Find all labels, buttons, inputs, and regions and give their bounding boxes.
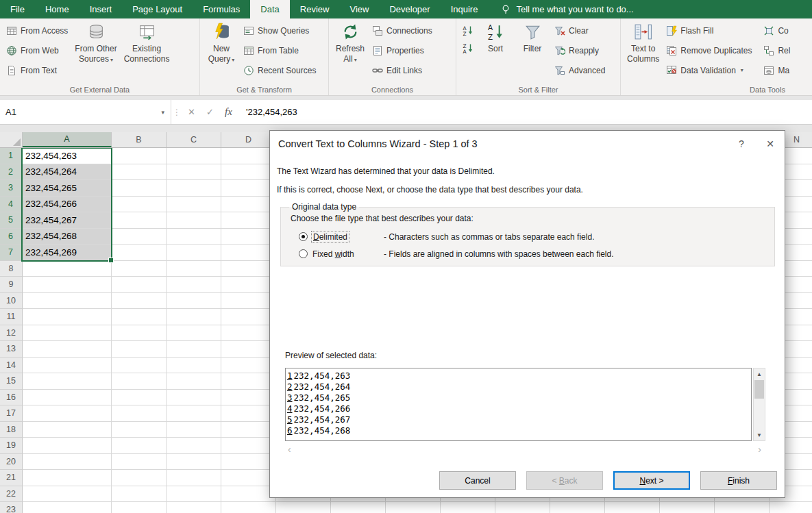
- row-header-7[interactable]: 7: [0, 245, 23, 261]
- row-header-10[interactable]: 10: [0, 293, 23, 310]
- cell-D6[interactable]: [221, 229, 276, 245]
- ribbon-tab-review[interactable]: Review: [290, 0, 340, 18]
- cell-A21[interactable]: [23, 470, 112, 486]
- cell-B3[interactable]: [112, 180, 167, 197]
- cell-B2[interactable]: [112, 164, 167, 181]
- row-header-23[interactable]: 23: [0, 502, 23, 513]
- cell-C19[interactable]: [167, 438, 221, 454]
- new-query-button[interactable]: New Query▾: [203, 21, 240, 65]
- remove-duplicates-button[interactable]: Remove Duplicates: [663, 40, 755, 60]
- select-all-corner[interactable]: [0, 132, 23, 147]
- cell-B6[interactable]: [112, 229, 167, 245]
- show-queries-button[interactable]: Show Queries: [240, 21, 319, 40]
- cell-A14[interactable]: [23, 358, 112, 374]
- cancel-entry-icon[interactable]: ✕: [182, 100, 201, 124]
- edit-links-button[interactable]: Edit Links: [369, 60, 436, 80]
- dialog-close-button[interactable]: ✕: [756, 131, 785, 157]
- cell-C6[interactable]: [167, 229, 221, 245]
- row-header-8[interactable]: 8: [0, 261, 23, 277]
- cell-C21[interactable]: [167, 470, 221, 486]
- scroll-right-icon[interactable]: ›: [758, 444, 761, 455]
- ribbon-tab-page-layout[interactable]: Page Layout: [122, 0, 193, 18]
- row-header-15[interactable]: 15: [0, 373, 23, 390]
- cell-D19[interactable]: [221, 438, 276, 454]
- cell-D4[interactable]: [221, 197, 276, 213]
- row-header-1[interactable]: 1: [0, 148, 23, 164]
- cell-D15[interactable]: [221, 373, 276, 390]
- data-validation-button[interactable]: Data Validation ▾: [663, 60, 755, 80]
- cell-A1[interactable]: 232,454,263: [23, 148, 112, 164]
- cell-A20[interactable]: [23, 454, 112, 471]
- cell-J23[interactable]: [550, 502, 605, 513]
- cell-C13[interactable]: [167, 341, 221, 358]
- cell-B13[interactable]: [112, 341, 167, 358]
- cell-G23[interactable]: [386, 502, 441, 513]
- recent-sources-button[interactable]: Recent Sources: [240, 60, 319, 80]
- column-header-c[interactable]: C: [167, 132, 221, 147]
- preview-vertical-scrollbar[interactable]: ▲ ▼: [753, 368, 765, 441]
- row-header-2[interactable]: 2: [0, 164, 23, 181]
- cell-C12[interactable]: [167, 325, 221, 342]
- cell-A13[interactable]: [23, 341, 112, 358]
- preview-horizontal-scrollbar[interactable]: ‹ ›: [285, 444, 764, 455]
- cell-A6[interactable]: 232,454,268: [23, 229, 112, 245]
- name-box-dropdown-icon[interactable]: ▾: [161, 109, 164, 116]
- cell-B9[interactable]: [112, 277, 167, 293]
- cell-D16[interactable]: [221, 390, 276, 406]
- cell-L23[interactable]: [660, 502, 715, 513]
- cell-D2[interactable]: [221, 164, 276, 181]
- cell-C23[interactable]: [167, 502, 221, 513]
- cell-A17[interactable]: [23, 405, 112, 422]
- row-header-9[interactable]: 9: [0, 277, 23, 293]
- dialog-titlebar[interactable]: Convert Text to Columns Wizard - Step 1 …: [270, 131, 785, 157]
- cell-B16[interactable]: [112, 390, 167, 406]
- row-header-5[interactable]: 5: [0, 212, 23, 229]
- sort-button[interactable]: AZ Sort: [477, 21, 514, 54]
- cell-C18[interactable]: [167, 422, 221, 438]
- connections-button[interactable]: Connections: [369, 21, 436, 40]
- cell-B10[interactable]: [112, 293, 167, 310]
- flash-fill-button[interactable]: Flash Fill: [663, 21, 755, 40]
- sort-ascending-button[interactable]: AZ: [459, 21, 477, 39]
- cell-C1[interactable]: [167, 148, 221, 164]
- fixed-width-radio[interactable]: [299, 249, 308, 258]
- text-to-columns-button[interactable]: Text to Columns: [624, 21, 663, 64]
- cell-B17[interactable]: [112, 405, 167, 422]
- cell-E23[interactable]: [276, 502, 331, 513]
- cell-D21[interactable]: [221, 470, 276, 486]
- sort-descending-button[interactable]: ZA: [459, 39, 477, 57]
- cell-D10[interactable]: [221, 293, 276, 310]
- cancel-button[interactable]: Cancel: [439, 471, 516, 490]
- cell-B20[interactable]: [112, 454, 167, 471]
- row-header-13[interactable]: 13: [0, 341, 23, 358]
- cell-A18[interactable]: [23, 422, 112, 438]
- scroll-up-icon[interactable]: ▲: [754, 368, 765, 379]
- row-header-11[interactable]: 11: [0, 309, 23, 325]
- back-button[interactable]: < Back: [526, 471, 603, 490]
- relationships-button[interactable]: Rel: [760, 40, 793, 60]
- cell-A7[interactable]: 232,454,269: [23, 245, 112, 261]
- cell-C4[interactable]: [167, 197, 221, 213]
- column-header-d[interactable]: D: [221, 132, 276, 147]
- row-header-6[interactable]: 6: [0, 229, 23, 245]
- row-header-19[interactable]: 19: [0, 438, 23, 454]
- cell-D3[interactable]: [221, 180, 276, 197]
- ribbon-tab-file[interactable]: File: [0, 0, 35, 18]
- cell-D18[interactable]: [221, 422, 276, 438]
- cell-D8[interactable]: [221, 261, 276, 277]
- name-box[interactable]: A1 ▾: [0, 100, 171, 124]
- cell-A3[interactable]: 232,454,265: [23, 180, 112, 197]
- cell-D9[interactable]: [221, 277, 276, 293]
- from-web-button[interactable]: From Web: [3, 40, 71, 60]
- cell-N23[interactable]: [770, 502, 812, 513]
- ribbon-tab-home[interactable]: Home: [35, 0, 79, 18]
- cell-A11[interactable]: [23, 309, 112, 325]
- cell-H23[interactable]: [441, 502, 495, 513]
- cell-C20[interactable]: [167, 454, 221, 471]
- data-preview-box[interactable]: 1232,454,2632232,454,2643232,454,2654232…: [285, 368, 752, 441]
- cell-A8[interactable]: [23, 261, 112, 277]
- cell-D20[interactable]: [221, 454, 276, 471]
- cell-A15[interactable]: [23, 373, 112, 390]
- cell-A16[interactable]: [23, 390, 112, 406]
- cell-B18[interactable]: [112, 422, 167, 438]
